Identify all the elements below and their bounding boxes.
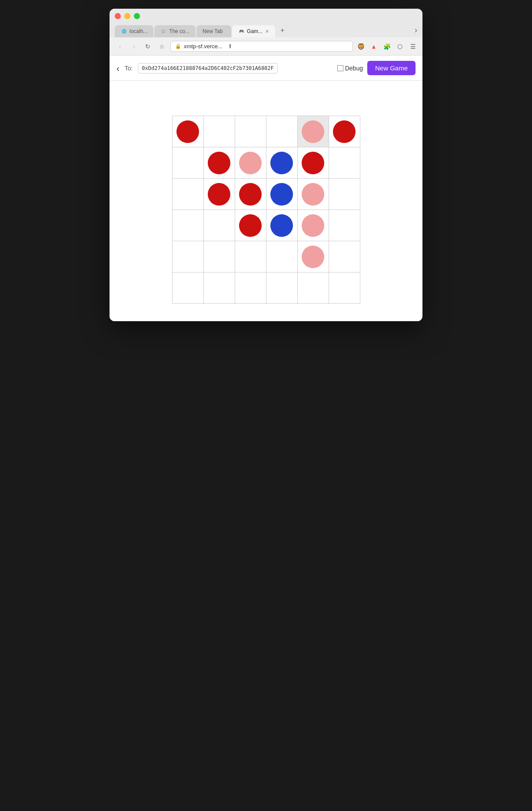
new-game-button[interactable]: New Game (367, 61, 416, 75)
cell-2-4[interactable] (298, 179, 329, 210)
extensions-icon[interactable]: 🧩 (382, 42, 391, 51)
piece-3-2 (239, 214, 262, 237)
cell-4-1[interactable] (204, 241, 235, 273)
tab-game-label: Gam... (247, 28, 263, 34)
browser-chrome: 🌐 localh... ⬡ The co... New Tab 🎮 Gam...… (110, 9, 422, 37)
cell-5-0[interactable] (173, 273, 204, 304)
cell-1-4[interactable] (298, 147, 329, 179)
tab-newtab-label: New Tab (203, 28, 223, 34)
cell-4-4[interactable] (298, 241, 329, 273)
tab-localhost-label: localh... (130, 28, 147, 34)
tabs-bar: 🌐 localh... ⬡ The co... New Tab 🎮 Gam...… (115, 23, 417, 37)
cell-0-5[interactable] (329, 116, 360, 147)
bookmark-button[interactable]: ☆ (156, 41, 167, 52)
debug-toggle-label[interactable]: Debug (337, 65, 363, 72)
piece-3-4 (302, 214, 324, 237)
app-header: ‹ To: 0xDd274a166E21888764a2D6C402cF2b73… (110, 56, 422, 81)
tab-localhost[interactable]: 🌐 localh... (115, 25, 153, 37)
cell-3-2[interactable] (235, 210, 266, 241)
piece-0-5 (333, 120, 356, 143)
cell-1-5[interactable] (329, 147, 360, 179)
cell-5-3[interactable] (266, 273, 298, 304)
piece-4-4 (302, 246, 324, 268)
address-text: xmtp-sf.verce... (184, 43, 223, 50)
header-right: Debug New Game (337, 61, 416, 75)
cell-1-2[interactable] (235, 147, 266, 179)
traffic-lights (115, 13, 417, 19)
tab-theco[interactable]: ⬡ The co... (154, 25, 196, 37)
piece-1-1 (208, 152, 230, 174)
back-nav-button[interactable]: ‹ (116, 64, 120, 73)
recipient-address: 0xDd274a166E21888764a2D6C402cF2b7301A688… (138, 63, 277, 73)
cell-2-3[interactable] (266, 179, 298, 210)
wallet-icon[interactable]: ⬡ (396, 42, 404, 51)
menu-icon[interactable]: ☰ (409, 42, 417, 51)
forward-button[interactable]: › (129, 41, 139, 52)
cell-1-3[interactable] (266, 147, 298, 179)
cell-3-1[interactable] (204, 210, 235, 241)
cell-4-2[interactable] (235, 241, 266, 273)
game-board[interactable] (172, 116, 360, 304)
game-area (110, 81, 422, 321)
piece-1-2 (239, 152, 262, 174)
share-icon[interactable]: ⬆ (228, 43, 233, 50)
cell-1-0[interactable] (173, 147, 204, 179)
brave-lion-icon[interactable]: 🦁 (356, 42, 365, 51)
cell-2-5[interactable] (329, 179, 360, 210)
cell-0-0[interactable] (173, 116, 204, 147)
lock-icon: 🔒 (175, 43, 181, 49)
back-button[interactable]: ‹ (115, 41, 125, 52)
address-bar: ‹ › ↻ ☆ 🔒 xmtp-sf.verce... ⬆ 🦁 ▲ 🧩 ⬡ ☰ (110, 37, 422, 56)
cell-1-1[interactable] (204, 147, 235, 179)
cell-0-2[interactable] (235, 116, 266, 147)
piece-0-0 (176, 120, 199, 143)
cell-4-5[interactable] (329, 241, 360, 273)
cell-5-4[interactable] (298, 273, 329, 304)
tab-game-icon: 🎮 (238, 28, 244, 34)
debug-checkbox[interactable] (337, 65, 343, 71)
maximize-button[interactable] (134, 13, 140, 19)
toolbar-icons: 🦁 ▲ 🧩 ⬡ ☰ (356, 42, 417, 51)
tab-theco-icon: ⬡ (160, 28, 166, 34)
piece-3-3 (270, 214, 293, 237)
piece-2-4 (302, 183, 324, 206)
piece-1-3 (270, 152, 293, 174)
tab-theco-label: The co... (169, 28, 190, 34)
cell-3-0[interactable] (173, 210, 204, 241)
reload-button[interactable]: ↻ (143, 41, 153, 52)
tab-new-button[interactable]: + (276, 23, 289, 37)
cell-0-3[interactable] (266, 116, 298, 147)
minimize-button[interactable] (124, 13, 130, 19)
piece-0-4 (302, 120, 324, 143)
page-content: ‹ To: 0xDd274a166E21888764a2D6C402cF2b73… (110, 56, 422, 321)
cell-5-1[interactable] (204, 273, 235, 304)
cell-5-2[interactable] (235, 273, 266, 304)
cell-4-3[interactable] (266, 241, 298, 273)
debug-text: Debug (345, 65, 363, 72)
piece-2-2 (239, 183, 262, 206)
tab-game[interactable]: 🎮 Gam... ✕ (232, 25, 275, 37)
close-button[interactable] (115, 13, 121, 19)
to-label: To: (125, 65, 133, 72)
address-field[interactable]: 🔒 xmtp-sf.verce... ⬆ (170, 41, 353, 52)
tab-game-close[interactable]: ✕ (265, 29, 269, 34)
tab-newtab[interactable]: New Tab (196, 25, 231, 37)
cell-2-1[interactable] (204, 179, 235, 210)
cell-3-4[interactable] (298, 210, 329, 241)
cell-5-5[interactable] (329, 273, 360, 304)
tab-localhost-icon: 🌐 (121, 28, 127, 34)
cell-0-1[interactable] (204, 116, 235, 147)
cell-2-0[interactable] (173, 179, 204, 210)
browser-window: 🌐 localh... ⬡ The co... New Tab 🎮 Gam...… (110, 9, 422, 321)
piece-2-3 (270, 183, 293, 206)
piece-2-1 (208, 183, 230, 206)
cell-3-5[interactable] (329, 210, 360, 241)
piece-1-4 (302, 152, 324, 174)
cell-0-4[interactable] (298, 116, 329, 147)
cell-4-0[interactable] (173, 241, 204, 273)
cell-3-3[interactable] (266, 210, 298, 241)
cell-2-2[interactable] (235, 179, 266, 210)
brave-rewards-icon[interactable]: ▲ (369, 42, 378, 51)
